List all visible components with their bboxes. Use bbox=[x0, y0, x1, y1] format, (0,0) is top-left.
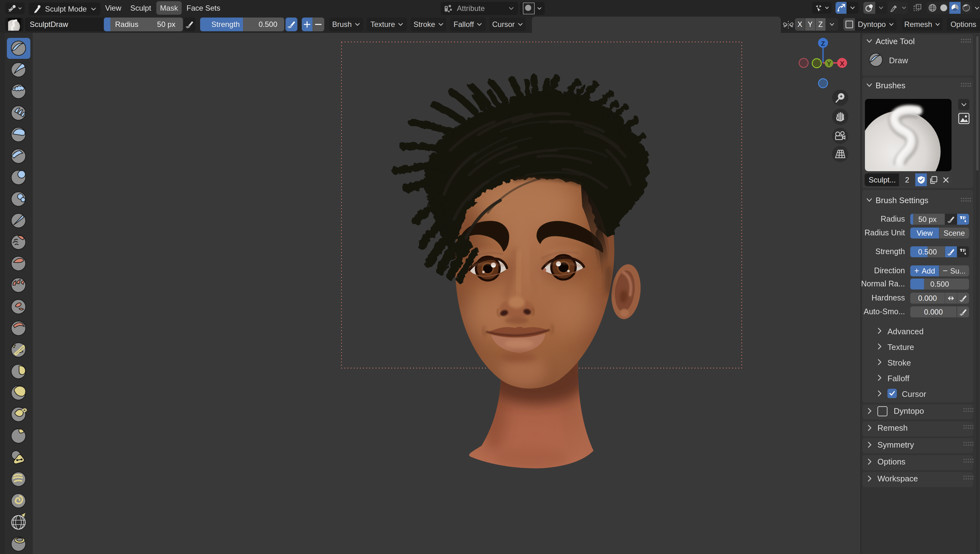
svg-text:Z: Z bbox=[821, 40, 825, 47]
svg-text:Y: Y bbox=[827, 60, 831, 67]
svg-text:X: X bbox=[840, 60, 844, 67]
